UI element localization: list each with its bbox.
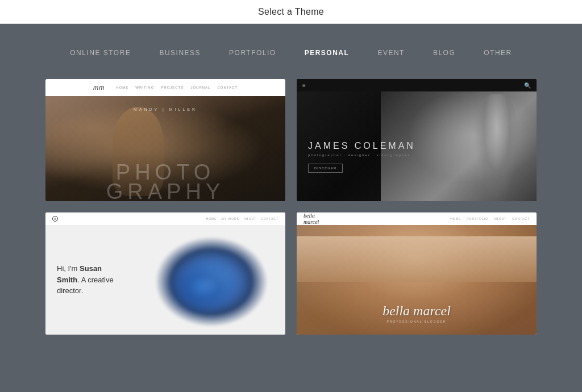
theme-susan-greeting: Hi, I'm SusanSmith. A creativedirector. [57,263,114,297]
theme-card-james-coleman[interactable]: ≡ 🔍 JAMES COLEMAN photographer · designe… [297,79,537,201]
category-nav: ONLINE STORE BUSINESS PORTFOLIO PERSONAL… [45,47,537,59]
category-event[interactable]: EVENT [377,47,405,59]
search-icon: 🔍 [524,82,531,89]
theme-grid: mm HOME WRITING PROJECTS JOURNAL CONTACT… [45,79,537,335]
theme-mandy-name: MANDY | MILLER [134,107,197,111]
theme-bella-name: bella marcel [297,303,537,319]
theme-bella-overlay: bella marcel professional blogger [297,303,537,323]
theme-susan-text: Hi, I'm SusanSmith. A creativedirector. [57,263,114,297]
category-portfolio[interactable]: PORTFOLIO [229,47,276,59]
theme-james-topbar: ≡ 🔍 [297,79,537,91]
category-other[interactable]: OTHER [484,47,512,59]
theme-susan-hero: Hi, I'm SusanSmith. A creativedirector. [45,225,285,335]
theme-bella-topbar: bellamarcel HOME PORTFOLIO ABOUT CONTACT [297,212,537,225]
theme-mandy-logo: mm [93,84,105,91]
category-personal[interactable]: PERSONAL [305,47,350,59]
page-header: Select a Theme [0,0,582,24]
theme-bella-logo: bellamarcel [304,212,319,225]
theme-james-name: JAMES COLEMAN [308,141,415,151]
theme-card-susan-smith[interactable]: ⊘ HOME MY WORK ABOUT CONTACT Hi, I'm Sus… [45,212,285,335]
theme-card-bella-marcel[interactable]: bellamarcel HOME PORTFOLIO ABOUT CONTACT… [297,212,537,335]
theme-bella-hero: bella marcel professional blogger [297,225,537,335]
theme-susan-logo: ⊘ [52,216,58,222]
theme-susan-topbar: ⊘ HOME MY WORK ABOUT CONTACT [45,212,285,225]
theme-mandy-nav-links: HOME WRITING PROJECTS JOURNAL CONTACT [116,86,238,89]
theme-james-subtitle: photographer · designer · videographer [308,153,415,157]
theme-james-hero: JAMES COLEMAN photographer · designer · … [297,91,537,201]
main-content: ONLINE STORE BUSINESS PORTFOLIO PERSONAL… [0,24,582,352]
theme-bella-sub: professional blogger [297,320,537,323]
theme-james-head [474,94,519,201]
category-online-store[interactable]: ONLINE STORE [70,47,131,59]
category-business[interactable]: BUSINESS [159,47,201,59]
theme-mandy-hero: MANDY | MILLER PHOTOGRAPHY [45,96,285,201]
theme-james-content: JAMES COLEMAN photographer · designer · … [308,141,415,173]
hamburger-icon: ≡ [302,82,306,89]
theme-susan-name: SusanSmith [57,264,102,284]
theme-bella-eyes [297,236,537,282]
theme-james-cta: DISCOVER [308,164,343,173]
theme-mandy-navbar: mm HOME WRITING PROJECTS JOURNAL CONTACT [45,79,285,96]
page-title: Select a Theme [258,7,324,17]
category-blog[interactable]: BLOG [433,47,455,59]
theme-bella-nav: HOME PORTFOLIO ABOUT CONTACT [450,217,530,220]
theme-mandy-big-text: PHOTOGRAPHY [45,162,285,201]
theme-card-mandy-miller[interactable]: mm HOME WRITING PROJECTS JOURNAL CONTACT… [45,79,285,201]
theme-susan-nav: HOME MY WORK ABOUT CONTACT [206,217,278,220]
